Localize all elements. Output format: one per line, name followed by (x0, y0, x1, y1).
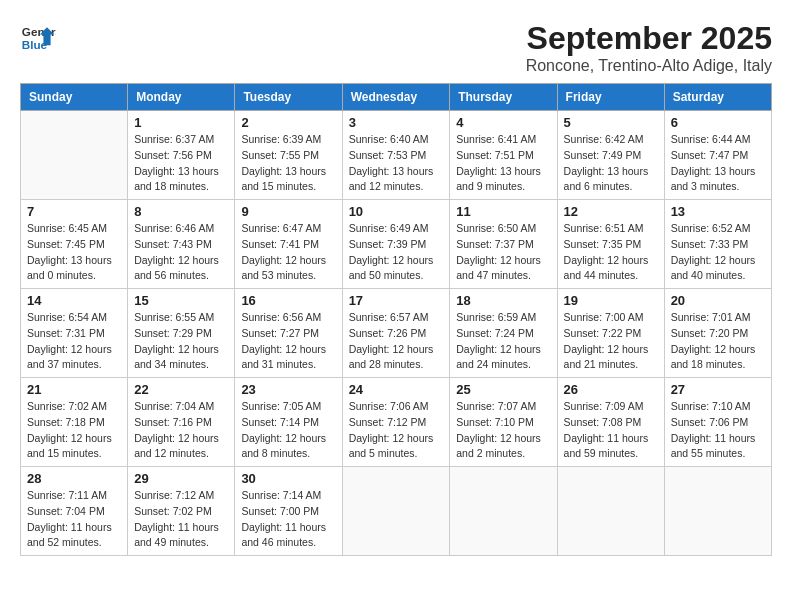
calendar-week-3: 14Sunrise: 6:54 AMSunset: 7:31 PMDayligh… (21, 289, 772, 378)
logo-icon: General Blue (20, 20, 56, 56)
month-title: September 2025 (526, 20, 772, 57)
calendar-cell: 18Sunrise: 6:59 AMSunset: 7:24 PMDayligh… (450, 289, 557, 378)
day-number: 6 (671, 115, 765, 130)
calendar-cell: 9Sunrise: 6:47 AMSunset: 7:41 PMDaylight… (235, 200, 342, 289)
weekday-header-saturday: Saturday (664, 84, 771, 111)
calendar-week-4: 21Sunrise: 7:02 AMSunset: 7:18 PMDayligh… (21, 378, 772, 467)
day-number: 20 (671, 293, 765, 308)
weekday-header-tuesday: Tuesday (235, 84, 342, 111)
calendar-cell: 21Sunrise: 7:02 AMSunset: 7:18 PMDayligh… (21, 378, 128, 467)
calendar-cell: 15Sunrise: 6:55 AMSunset: 7:29 PMDayligh… (128, 289, 235, 378)
calendar-cell: 16Sunrise: 6:56 AMSunset: 7:27 PMDayligh… (235, 289, 342, 378)
weekday-header-friday: Friday (557, 84, 664, 111)
day-number: 28 (27, 471, 121, 486)
calendar-cell (21, 111, 128, 200)
calendar-cell: 30Sunrise: 7:14 AMSunset: 7:00 PMDayligh… (235, 467, 342, 556)
weekday-header-monday: Monday (128, 84, 235, 111)
day-info: Sunrise: 7:00 AMSunset: 7:22 PMDaylight:… (564, 310, 658, 373)
day-info: Sunrise: 7:11 AMSunset: 7:04 PMDaylight:… (27, 488, 121, 551)
day-info: Sunrise: 7:09 AMSunset: 7:08 PMDaylight:… (564, 399, 658, 462)
day-info: Sunrise: 7:01 AMSunset: 7:20 PMDaylight:… (671, 310, 765, 373)
day-info: Sunrise: 6:50 AMSunset: 7:37 PMDaylight:… (456, 221, 550, 284)
calendar-cell: 4Sunrise: 6:41 AMSunset: 7:51 PMDaylight… (450, 111, 557, 200)
day-info: Sunrise: 6:59 AMSunset: 7:24 PMDaylight:… (456, 310, 550, 373)
day-info: Sunrise: 7:02 AMSunset: 7:18 PMDaylight:… (27, 399, 121, 462)
day-info: Sunrise: 6:54 AMSunset: 7:31 PMDaylight:… (27, 310, 121, 373)
day-info: Sunrise: 7:14 AMSunset: 7:00 PMDaylight:… (241, 488, 335, 551)
day-number: 18 (456, 293, 550, 308)
calendar-cell: 13Sunrise: 6:52 AMSunset: 7:33 PMDayligh… (664, 200, 771, 289)
calendar-cell: 6Sunrise: 6:44 AMSunset: 7:47 PMDaylight… (664, 111, 771, 200)
calendar-cell: 19Sunrise: 7:00 AMSunset: 7:22 PMDayligh… (557, 289, 664, 378)
day-info: Sunrise: 6:47 AMSunset: 7:41 PMDaylight:… (241, 221, 335, 284)
day-info: Sunrise: 6:55 AMSunset: 7:29 PMDaylight:… (134, 310, 228, 373)
calendar-week-5: 28Sunrise: 7:11 AMSunset: 7:04 PMDayligh… (21, 467, 772, 556)
day-info: Sunrise: 6:52 AMSunset: 7:33 PMDaylight:… (671, 221, 765, 284)
calendar-cell: 12Sunrise: 6:51 AMSunset: 7:35 PMDayligh… (557, 200, 664, 289)
title-block: September 2025 Roncone, Trentino-Alto Ad… (526, 20, 772, 75)
weekday-header-sunday: Sunday (21, 84, 128, 111)
day-number: 25 (456, 382, 550, 397)
day-number: 23 (241, 382, 335, 397)
day-number: 7 (27, 204, 121, 219)
calendar-cell (557, 467, 664, 556)
day-info: Sunrise: 7:04 AMSunset: 7:16 PMDaylight:… (134, 399, 228, 462)
day-info: Sunrise: 6:45 AMSunset: 7:45 PMDaylight:… (27, 221, 121, 284)
day-info: Sunrise: 6:40 AMSunset: 7:53 PMDaylight:… (349, 132, 444, 195)
calendar-cell: 2Sunrise: 6:39 AMSunset: 7:55 PMDaylight… (235, 111, 342, 200)
day-number: 29 (134, 471, 228, 486)
calendar-cell: 20Sunrise: 7:01 AMSunset: 7:20 PMDayligh… (664, 289, 771, 378)
day-number: 12 (564, 204, 658, 219)
day-number: 8 (134, 204, 228, 219)
calendar-cell: 24Sunrise: 7:06 AMSunset: 7:12 PMDayligh… (342, 378, 450, 467)
calendar-table: SundayMondayTuesdayWednesdayThursdayFrid… (20, 83, 772, 556)
day-info: Sunrise: 6:39 AMSunset: 7:55 PMDaylight:… (241, 132, 335, 195)
day-info: Sunrise: 7:07 AMSunset: 7:10 PMDaylight:… (456, 399, 550, 462)
day-number: 13 (671, 204, 765, 219)
location-subtitle: Roncone, Trentino-Alto Adige, Italy (526, 57, 772, 75)
day-info: Sunrise: 6:57 AMSunset: 7:26 PMDaylight:… (349, 310, 444, 373)
day-number: 16 (241, 293, 335, 308)
weekday-header-row: SundayMondayTuesdayWednesdayThursdayFrid… (21, 84, 772, 111)
calendar-cell (664, 467, 771, 556)
day-number: 21 (27, 382, 121, 397)
day-number: 17 (349, 293, 444, 308)
weekday-header-wednesday: Wednesday (342, 84, 450, 111)
calendar-cell: 1Sunrise: 6:37 AMSunset: 7:56 PMDaylight… (128, 111, 235, 200)
calendar-cell: 7Sunrise: 6:45 AMSunset: 7:45 PMDaylight… (21, 200, 128, 289)
day-info: Sunrise: 7:05 AMSunset: 7:14 PMDaylight:… (241, 399, 335, 462)
calendar-cell: 3Sunrise: 6:40 AMSunset: 7:53 PMDaylight… (342, 111, 450, 200)
calendar-cell: 17Sunrise: 6:57 AMSunset: 7:26 PMDayligh… (342, 289, 450, 378)
calendar-cell: 27Sunrise: 7:10 AMSunset: 7:06 PMDayligh… (664, 378, 771, 467)
day-info: Sunrise: 6:51 AMSunset: 7:35 PMDaylight:… (564, 221, 658, 284)
calendar-cell: 26Sunrise: 7:09 AMSunset: 7:08 PMDayligh… (557, 378, 664, 467)
calendar-week-1: 1Sunrise: 6:37 AMSunset: 7:56 PMDaylight… (21, 111, 772, 200)
day-info: Sunrise: 6:49 AMSunset: 7:39 PMDaylight:… (349, 221, 444, 284)
calendar-cell: 14Sunrise: 6:54 AMSunset: 7:31 PMDayligh… (21, 289, 128, 378)
day-info: Sunrise: 6:41 AMSunset: 7:51 PMDaylight:… (456, 132, 550, 195)
calendar-cell: 8Sunrise: 6:46 AMSunset: 7:43 PMDaylight… (128, 200, 235, 289)
day-number: 26 (564, 382, 658, 397)
calendar-week-2: 7Sunrise: 6:45 AMSunset: 7:45 PMDaylight… (21, 200, 772, 289)
day-number: 10 (349, 204, 444, 219)
day-info: Sunrise: 6:56 AMSunset: 7:27 PMDaylight:… (241, 310, 335, 373)
day-info: Sunrise: 6:44 AMSunset: 7:47 PMDaylight:… (671, 132, 765, 195)
day-number: 3 (349, 115, 444, 130)
day-number: 30 (241, 471, 335, 486)
day-number: 19 (564, 293, 658, 308)
day-info: Sunrise: 6:42 AMSunset: 7:49 PMDaylight:… (564, 132, 658, 195)
day-info: Sunrise: 7:12 AMSunset: 7:02 PMDaylight:… (134, 488, 228, 551)
day-number: 1 (134, 115, 228, 130)
logo: General Blue (20, 20, 56, 56)
day-number: 14 (27, 293, 121, 308)
day-number: 9 (241, 204, 335, 219)
calendar-cell: 5Sunrise: 6:42 AMSunset: 7:49 PMDaylight… (557, 111, 664, 200)
calendar-cell: 28Sunrise: 7:11 AMSunset: 7:04 PMDayligh… (21, 467, 128, 556)
calendar-cell: 25Sunrise: 7:07 AMSunset: 7:10 PMDayligh… (450, 378, 557, 467)
calendar-cell: 11Sunrise: 6:50 AMSunset: 7:37 PMDayligh… (450, 200, 557, 289)
day-number: 15 (134, 293, 228, 308)
day-number: 22 (134, 382, 228, 397)
day-info: Sunrise: 6:37 AMSunset: 7:56 PMDaylight:… (134, 132, 228, 195)
day-info: Sunrise: 7:10 AMSunset: 7:06 PMDaylight:… (671, 399, 765, 462)
calendar-cell: 22Sunrise: 7:04 AMSunset: 7:16 PMDayligh… (128, 378, 235, 467)
